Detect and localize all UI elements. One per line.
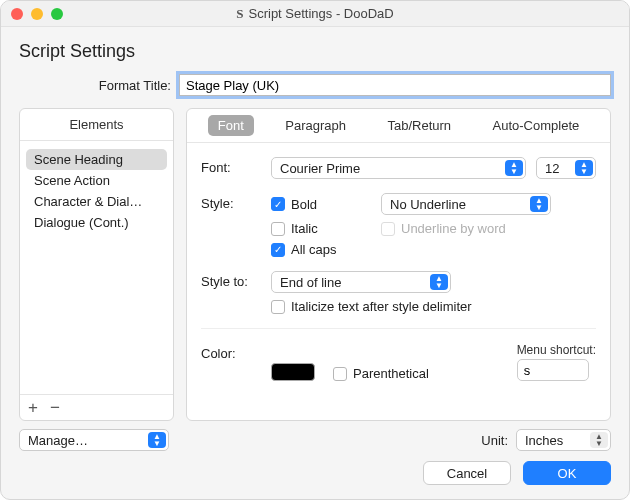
chevron-updown-icon: ▲▼	[430, 274, 448, 290]
style-to-value: End of line	[280, 275, 341, 290]
font-panel: Font: Courier Prime ▲▼ 12 ▲▼	[187, 143, 610, 420]
app-icon: S	[236, 6, 243, 22]
color-swatch[interactable]	[271, 363, 315, 381]
tab-paragraph[interactable]: Paragraph	[275, 115, 356, 136]
tab-tab-return[interactable]: Tab/Return	[377, 115, 461, 136]
allcaps-label: All caps	[291, 242, 337, 257]
sidebar-item-scene-heading[interactable]: Scene Heading	[26, 149, 167, 170]
checkbox-icon	[271, 222, 285, 236]
italicize-after-label: Italicize text after style delimiter	[291, 299, 472, 314]
checkbox-icon: ✓	[271, 243, 285, 257]
font-label: Font:	[201, 157, 271, 179]
color-row: Color: Parenthetical Menu shortc	[201, 343, 596, 381]
window-title-text: Script Settings - DooDaD	[249, 6, 394, 21]
window-title: SScript Settings - DooDaD	[1, 6, 629, 22]
divider	[201, 328, 596, 329]
style-to-row: Style to: End of line ▲▼ Italicize text	[201, 271, 596, 314]
chevron-updown-icon: ▲▼	[590, 432, 608, 448]
checkbox-icon	[333, 367, 347, 381]
unit-value: Inches	[525, 433, 563, 448]
sidebar-item-scene-action[interactable]: Scene Action	[26, 170, 167, 191]
remove-element-button[interactable]: −	[50, 399, 60, 416]
italic-checkbox[interactable]: Italic	[271, 221, 381, 236]
ok-button[interactable]: OK	[523, 461, 611, 485]
chevron-updown-icon: ▲▼	[530, 196, 548, 212]
button-row: Cancel OK	[19, 451, 611, 487]
bottom-row: Manage… ▲▼ Unit: Inches ▲▼	[19, 421, 611, 451]
elements-list: Scene Heading Scene Action Character & D…	[20, 141, 173, 394]
checkbox-icon	[271, 300, 285, 314]
settings-panel: Font Paragraph Tab/Return Auto-Complete …	[186, 108, 611, 421]
format-title-input[interactable]	[179, 74, 611, 96]
underline-value: No Underline	[390, 197, 466, 212]
style-to-label: Style to:	[201, 271, 271, 314]
font-row: Font: Courier Prime ▲▼ 12 ▲▼	[201, 157, 596, 179]
shortcut-label: Menu shortcut:	[517, 343, 596, 357]
underline-popup[interactable]: No Underline ▲▼	[381, 193, 551, 215]
checkbox-icon	[381, 222, 395, 236]
sidebar-item-dialogue-cont[interactable]: Dialogue (Cont.)	[26, 212, 167, 233]
font-size-value: 12	[545, 161, 559, 176]
tabs: Font Paragraph Tab/Return Auto-Complete	[187, 109, 610, 143]
shortcut-input[interactable]	[517, 359, 589, 381]
italicize-after-checkbox[interactable]: Italicize text after style delimiter	[271, 299, 596, 314]
checkbox-icon: ✓	[271, 197, 285, 211]
font-family-value: Courier Prime	[280, 161, 360, 176]
allcaps-checkbox[interactable]: ✓ All caps	[271, 242, 381, 257]
underline-by-word-checkbox[interactable]: Underline by word	[381, 221, 596, 236]
unit-popup[interactable]: Inches ▲▼	[516, 429, 611, 451]
underline-by-word-label: Underline by word	[401, 221, 506, 236]
bold-label: Bold	[291, 197, 317, 212]
font-family-popup[interactable]: Courier Prime ▲▼	[271, 157, 526, 179]
bold-checkbox[interactable]: ✓ Bold	[271, 197, 381, 212]
format-row: Format Title:	[19, 74, 611, 96]
titlebar: SScript Settings - DooDaD	[1, 1, 629, 27]
format-title-label: Format Title:	[19, 78, 179, 93]
sidebar-item-character-dial[interactable]: Character & Dial…	[26, 191, 167, 212]
cancel-button[interactable]: Cancel	[423, 461, 511, 485]
unit-label: Unit:	[481, 433, 508, 448]
chevron-updown-icon: ▲▼	[505, 160, 523, 176]
color-label: Color:	[201, 343, 271, 361]
italic-label: Italic	[291, 221, 318, 236]
manage-label: Manage…	[28, 433, 88, 448]
style-label: Style:	[201, 193, 271, 257]
elements-header: Elements	[20, 109, 173, 141]
manage-popup[interactable]: Manage… ▲▼	[19, 429, 169, 451]
tab-auto-complete[interactable]: Auto-Complete	[483, 115, 590, 136]
add-element-button[interactable]: +	[28, 399, 38, 416]
chevron-updown-icon: ▲▼	[148, 432, 166, 448]
parenthetical-label: Parenthetical	[353, 366, 429, 381]
chevron-updown-icon: ▲▼	[575, 160, 593, 176]
elements-footer: + −	[20, 394, 173, 420]
style-row: Style: ✓ Bold No Underline ▲▼	[201, 193, 596, 257]
elements-sidebar: Elements Scene Heading Scene Action Char…	[19, 108, 174, 421]
style-to-popup[interactable]: End of line ▲▼	[271, 271, 451, 293]
page-title: Script Settings	[19, 41, 611, 62]
tab-font[interactable]: Font	[208, 115, 254, 136]
main-row: Elements Scene Heading Scene Action Char…	[19, 108, 611, 421]
window: SScript Settings - DooDaD Script Setting…	[0, 0, 630, 500]
parenthetical-checkbox[interactable]: Parenthetical	[333, 366, 429, 381]
content: Script Settings Format Title: Elements S…	[1, 27, 629, 499]
font-size-popup[interactable]: 12 ▲▼	[536, 157, 596, 179]
shortcut-block: Menu shortcut:	[517, 343, 596, 381]
